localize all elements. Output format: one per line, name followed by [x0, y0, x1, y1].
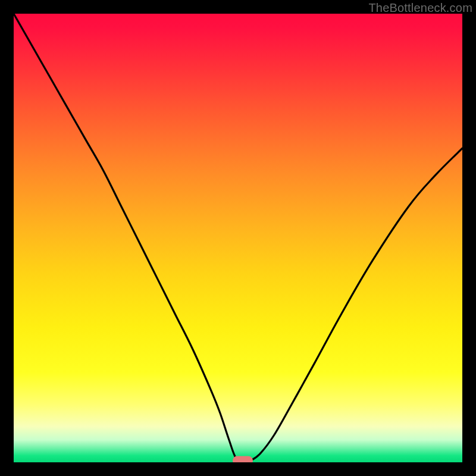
watermark-text: TheBottleneck.com: [368, 1, 472, 15]
chart-frame: TheBottleneck.com: [0, 0, 476, 476]
bottleneck-curve: [14, 14, 462, 462]
curve-layer: [14, 14, 462, 462]
plot-area: [14, 14, 462, 462]
optimal-marker: [233, 456, 253, 463]
